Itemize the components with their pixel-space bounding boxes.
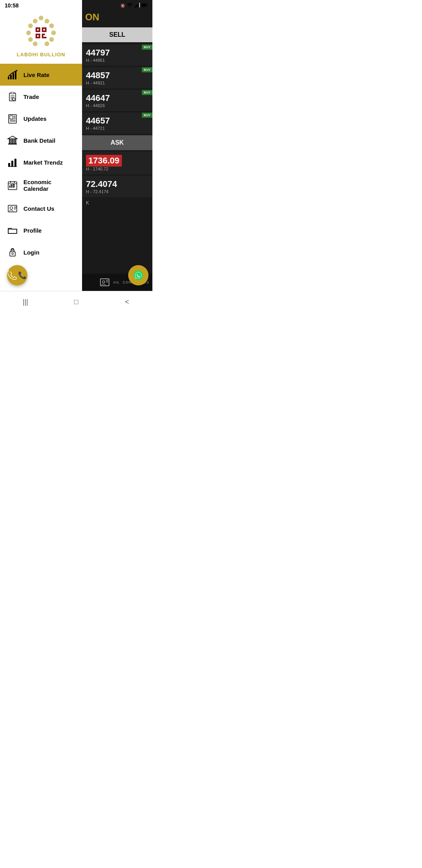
buy-badge-0: BUY bbox=[142, 45, 152, 50]
contact-card-icon bbox=[7, 203, 18, 214]
menu-item-market-trendz[interactable]: Market Trendz bbox=[0, 151, 82, 173]
svg-point-13 bbox=[49, 23, 54, 28]
svg-point-12 bbox=[28, 23, 33, 28]
fab-whatsapp-button[interactable] bbox=[128, 265, 148, 285]
svg-point-67 bbox=[10, 207, 13, 210]
newspaper-icon bbox=[7, 113, 18, 124]
svg-rect-51 bbox=[12, 139, 13, 143]
menu-item-economic-calendar[interactable]: Economic Calendar bbox=[0, 173, 82, 197]
menu-label-profile: Profile bbox=[23, 227, 42, 234]
svg-point-73 bbox=[12, 253, 13, 255]
menu-label-login: Login bbox=[23, 249, 39, 256]
menu-label-economic-calendar: Economic Calendar bbox=[23, 179, 75, 192]
sell-button[interactable]: SELL bbox=[82, 27, 152, 42]
nav-home-button[interactable]: □ bbox=[51, 291, 102, 313]
menu-item-updates[interactable]: Updates bbox=[0, 108, 82, 129]
signal-icon bbox=[134, 3, 140, 8]
bottom-nav: ||| □ < bbox=[0, 291, 152, 313]
menu-label-market-trendz: Market Trendz bbox=[23, 159, 63, 166]
menu-item-trade[interactable]: $ Trade bbox=[0, 86, 82, 108]
contact-bottom-icon bbox=[99, 277, 110, 288]
nav-menu-button[interactable]: ||| bbox=[0, 291, 51, 313]
buy-badge-2: BUY bbox=[142, 90, 152, 95]
svg-rect-52 bbox=[14, 139, 15, 143]
clipboard-icon: $ bbox=[7, 91, 18, 102]
svg-rect-8 bbox=[142, 4, 146, 6]
price-sub-1: H - 44921 bbox=[86, 81, 148, 85]
price-card-0: BUY 44797 H - 44861 bbox=[82, 45, 152, 66]
buy-badge-1: BUY bbox=[142, 67, 152, 72]
logo-graphic bbox=[18, 14, 64, 49]
svg-text:P: P bbox=[12, 249, 13, 251]
price-sub-2: H - 44826 bbox=[86, 103, 148, 108]
brand-name: LABDHI BULLION bbox=[17, 52, 66, 57]
svg-point-16 bbox=[28, 37, 33, 42]
svg-point-0 bbox=[129, 6, 130, 7]
price-card-1: BUY 44857 H - 44921 bbox=[82, 67, 152, 88]
svg-rect-30 bbox=[10, 75, 12, 79]
menu-item-login[interactable]: P Login bbox=[0, 241, 82, 263]
price-main-5: 72.4074 bbox=[86, 179, 148, 189]
svg-rect-57 bbox=[14, 159, 16, 167]
svg-rect-72 bbox=[10, 252, 15, 256]
price-main-4: 1736.09 bbox=[86, 155, 122, 167]
svg-rect-54 bbox=[8, 143, 17, 145]
folder-icon bbox=[7, 225, 18, 236]
menu-icon: ||| bbox=[23, 298, 28, 306]
menu-item-bank-detail[interactable]: Bank Detail bbox=[0, 129, 82, 151]
ask-button[interactable]: ASK bbox=[82, 135, 152, 150]
svg-point-9 bbox=[39, 16, 43, 20]
mute-icon: 🔇 bbox=[120, 4, 125, 8]
menu-label-contact-us: Contact Us bbox=[23, 205, 54, 212]
svg-rect-64 bbox=[11, 185, 13, 188]
svg-rect-25 bbox=[43, 29, 45, 30]
fab-phone-button[interactable]: 📞 bbox=[7, 265, 27, 285]
svg-text:$: $ bbox=[12, 98, 13, 100]
svg-rect-35 bbox=[11, 92, 14, 94]
menu-item-profile[interactable]: Profile bbox=[0, 219, 82, 241]
menu-item-live-rate[interactable]: Live Rate bbox=[0, 64, 82, 86]
wifi-icon bbox=[127, 3, 133, 8]
price-sub-3: H - 44721 bbox=[86, 126, 148, 131]
svg-rect-31 bbox=[13, 73, 14, 79]
svg-rect-28 bbox=[45, 34, 46, 37]
bar-chart-icon bbox=[7, 157, 18, 168]
svg-rect-24 bbox=[37, 29, 39, 30]
menu-label-bank-detail: Bank Detail bbox=[23, 137, 55, 144]
svg-rect-2 bbox=[136, 5, 136, 7]
svg-rect-49 bbox=[9, 139, 10, 143]
svg-rect-65 bbox=[13, 184, 14, 188]
back-icon: < bbox=[125, 298, 129, 306]
svg-point-10 bbox=[33, 19, 38, 23]
svg-point-15 bbox=[51, 30, 56, 35]
svg-rect-53 bbox=[15, 139, 16, 143]
chart-up-icon bbox=[7, 69, 18, 80]
svg-point-14 bbox=[26, 30, 31, 35]
svg-rect-3 bbox=[137, 4, 138, 7]
home-icon: □ bbox=[74, 298, 79, 306]
svg-rect-4 bbox=[138, 4, 139, 7]
svg-rect-5 bbox=[139, 3, 140, 7]
price-sub-4: H - 1740.72 bbox=[86, 167, 148, 171]
nav-back-button[interactable]: < bbox=[102, 291, 152, 313]
price-card-5: 72.4074 H - 72.4174 bbox=[82, 176, 152, 197]
svg-rect-29 bbox=[8, 77, 9, 79]
bank-icon bbox=[7, 135, 18, 146]
menu-item-contact-us[interactable]: Contact Us bbox=[0, 197, 82, 219]
price-main-1: 44857 bbox=[86, 70, 148, 81]
price-sub-5: H - 72.4174 bbox=[86, 189, 148, 194]
svg-marker-48 bbox=[8, 136, 17, 139]
price-main-0: 44797 bbox=[86, 48, 148, 58]
svg-point-17 bbox=[49, 37, 54, 42]
svg-rect-26 bbox=[37, 35, 39, 37]
svg-rect-1 bbox=[134, 6, 135, 7]
buy-badge-3: BUY bbox=[142, 113, 152, 118]
lock-icon: P bbox=[7, 247, 18, 258]
svg-point-18 bbox=[33, 41, 38, 46]
price-sub-0: H - 44861 bbox=[86, 58, 148, 63]
svg-rect-71 bbox=[8, 229, 17, 233]
panel-title: ON bbox=[85, 12, 149, 23]
price-card-2: BUY 44647 H - 44826 bbox=[82, 90, 152, 111]
k-label: K bbox=[82, 199, 152, 207]
menu-label-live-rate: Live Rate bbox=[23, 72, 50, 78]
